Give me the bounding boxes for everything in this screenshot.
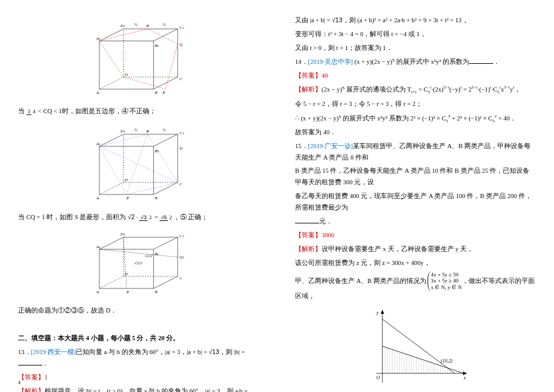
svg-text:A₁: A₁	[96, 36, 101, 41]
svg-text:y: y	[376, 310, 379, 316]
svg-line-59	[99, 237, 123, 249]
svg-line-1	[154, 77, 178, 89]
svg-text:√2/2: √2/2	[145, 254, 152, 258]
svg-line-38	[126, 134, 148, 194]
svg-text:D: D	[124, 72, 128, 77]
q13-answer: 【答案】1	[18, 372, 259, 384]
svg-text:P: P	[126, 196, 129, 201]
q14-answer: 【答案】40	[295, 70, 536, 82]
svg-line-6	[154, 29, 178, 41]
r3: 又由 t > 0，则 t = 1；故答案为 1．	[295, 43, 536, 54]
svg-text:R: R	[146, 23, 149, 28]
svg-text:√2/2: √2/2	[134, 261, 142, 266]
cube-figure-1: ABPCD A₁B₁QC₁D₁R ½½	[18, 17, 259, 101]
svg-text:D₁: D₁	[120, 129, 125, 134]
svg-text:½: ½	[163, 22, 166, 27]
svg-line-31	[154, 134, 178, 146]
svg-marker-82	[381, 310, 384, 314]
svg-line-26	[154, 182, 178, 194]
svg-text:B₁: B₁	[155, 149, 159, 154]
q15-a: 15．[2019·广安一诊]某车间租赁甲、乙两种设备生产 A、B 两类产品，甲种…	[295, 141, 536, 164]
svg-text:P: P	[126, 290, 129, 294]
svg-line-61	[99, 276, 123, 288]
svg-line-65	[123, 237, 126, 288]
left-column: ABPCD A₁B₁QC₁D₁R ½½ 当 34 < CQ < 1时，如图是五边…	[0, 0, 277, 392]
lp-chart: O x y (10,2)	[295, 307, 536, 391]
q13: 13．[2019·西安一模]已知向量 a 与 b 的夹角为 60°，|a| = …	[18, 346, 259, 370]
q14: 14．[2019·吴忠中学] (x + y)(2x − y)⁵ 的展开式中 x³…	[295, 57, 536, 68]
q15-solution-3: 甲、乙两种设备生产 A、B 两类产品的情况为 4x + 5y ≥ 503x + …	[295, 272, 536, 302]
svg-text:O: O	[376, 375, 380, 381]
svg-text:C₁: C₁	[179, 131, 184, 135]
svg-text:C: C	[179, 276, 182, 281]
svg-text:C: C	[179, 182, 182, 187]
q14-solution-1: 【解析】(2x − y)⁵ 展开式的通项公式为 Tr+1 = C5r·(2x)5…	[295, 84, 536, 96]
svg-text:½: ½	[134, 22, 138, 27]
section-2-heading: 二、填空题：本大题共 4 小题，每小题 5 分，共 20 分。	[18, 333, 259, 344]
line-cq-rhombus: 当 CQ = 1 时，如图 S 是菱形，面积为 √2 · √32 = √62，⑤…	[18, 211, 259, 223]
q14-solution-3: ∴ (x + y)(2x − y)⁵ 的展开式中 x³y³ 系数为 2² × (…	[295, 113, 536, 125]
svg-text:R: R	[146, 129, 149, 134]
svg-text:A₁: A₁	[96, 142, 101, 146]
right-column: 又由 |a + b| = √13，则 (a + b)² = a² + 2a·b …	[277, 0, 554, 392]
svg-line-32	[99, 134, 123, 146]
svg-text:Q₁: Q₁	[179, 255, 184, 260]
svg-line-58	[154, 237, 178, 249]
svg-line-64	[99, 249, 178, 257]
svg-text:A₁: A₁	[96, 244, 101, 249]
correct-statements: 正确的命题为①②③⑤，故选 D．	[18, 305, 259, 317]
svg-line-7	[99, 29, 123, 41]
svg-text:A: A	[96, 196, 99, 201]
svg-text:B₁: B₁	[155, 252, 159, 257]
svg-text:D₁: D₁	[120, 23, 125, 28]
svg-line-53	[154, 276, 178, 288]
svg-line-9	[99, 77, 123, 89]
page-number: 4	[18, 379, 20, 387]
q15-solution-1: 【解析】设甲种设备需要生产 x 天，乙种设备需要生产 y 天，	[295, 244, 536, 255]
svg-text:D: D	[124, 272, 128, 276]
svg-text:B: B	[155, 90, 158, 95]
q15-c: 备乙每天的租赁费 400 元，现车间至少要生产 A 类产品 100 件，B 类产…	[295, 191, 536, 214]
svg-text:B: B	[155, 196, 158, 201]
cube-figure-3: ABPCD A₁B₁Q₁C₁D₁ √2/2√2/2	[18, 228, 259, 300]
svg-text:A: A	[96, 290, 99, 294]
q15-b: B 类产品 15 件，乙种设备每天能生产 A 类产品 10 件和 B 类产品 2…	[295, 166, 536, 188]
r2: 变形可得：t² + 3t − 4 = 0，解可得 t = −4 或 1，	[295, 29, 536, 40]
svg-text:(10,2): (10,2)	[441, 358, 453, 364]
q15-d: 元．	[295, 216, 536, 228]
q14-solution-4: 故答案为 40．	[295, 127, 536, 138]
q15-solution-2: 该公司所需租赁费为 z 元，则 z = 300x + 400y，	[295, 258, 536, 269]
svg-text:Q: Q	[179, 146, 182, 151]
svg-text:x: x	[463, 375, 466, 381]
svg-text:P: P	[162, 90, 166, 95]
svg-text:C: C	[179, 76, 182, 81]
svg-line-37	[99, 146, 178, 182]
svg-text:D: D	[124, 178, 128, 182]
cube-figure-2: ABPCD A₁B₁QC₁D₁R ½½	[18, 122, 259, 207]
svg-text:B₁: B₁	[155, 43, 159, 48]
svg-text:C₁: C₁	[179, 234, 184, 238]
svg-text:A: A	[96, 90, 99, 95]
q14-solution-2: 令 5 − r = 2，得 r = 3；令 5 − r = 3，得 r = 2；	[295, 99, 536, 110]
line-cq-pentagon: 当 34 < CQ < 1时，如图是五边形，④ 不正确；	[18, 106, 259, 117]
svg-text:½: ½	[163, 128, 166, 132]
svg-text:½: ½	[134, 128, 138, 132]
svg-text:Q: Q	[179, 42, 182, 47]
r1: 又由 |a + b| = √13，则 (a + b)² = a² + 2a·b …	[295, 14, 536, 26]
svg-line-34	[99, 182, 123, 194]
q15-answer: 【答案】3800	[295, 230, 536, 241]
svg-text:D₁: D₁	[120, 232, 125, 237]
q13-solution: 【解析】根据题意，设 |b| = t，(t > 0)，向量 a 与 b 的夹角为…	[18, 386, 259, 392]
svg-text:C₁: C₁	[179, 25, 184, 30]
svg-text:B: B	[155, 290, 158, 294]
